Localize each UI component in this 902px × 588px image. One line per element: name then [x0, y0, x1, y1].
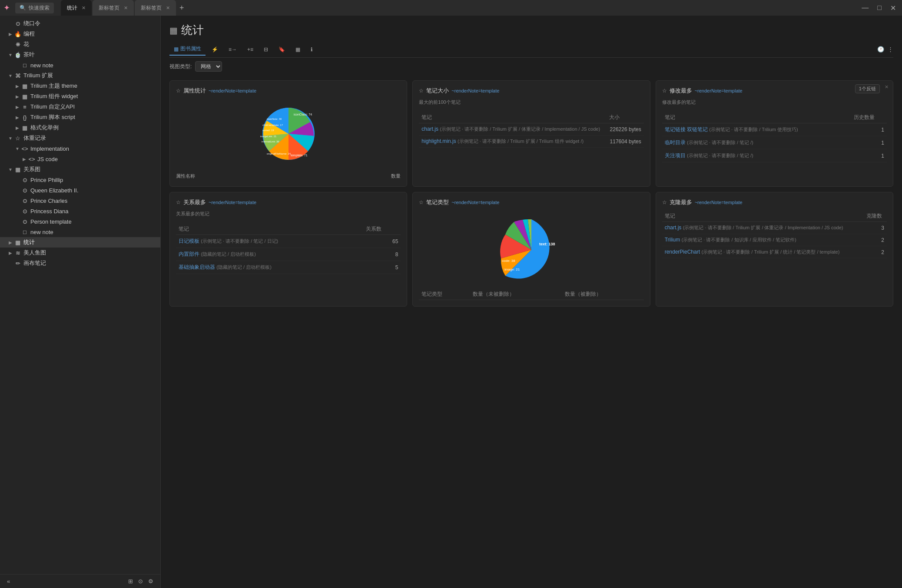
tab-stats[interactable]: 统计 ✕ — [61, 0, 92, 16]
sidebar-item-new-note-rel[interactable]: □ new note — [0, 227, 160, 237]
item-icon: ▦ — [21, 82, 29, 90]
toggle-icon[interactable] — [14, 187, 21, 194]
sidebar-item-weight[interactable]: ▼ ☆ 体重记录 — [0, 133, 160, 143]
note-link[interactable]: 临时目录 — [665, 139, 686, 145]
sidebar-item-programming[interactable]: ▶ 🔥 编程 — [0, 29, 160, 39]
sidebar-item-relation-map[interactable]: ▼ ▦ 关系图 — [0, 164, 160, 175]
sidebar-item-js-code[interactable]: ▶ <> JS code — [0, 154, 160, 164]
toggle-icon[interactable] — [14, 62, 21, 69]
sidebar-item-implementation[interactable]: ▼ <> Implementation — [0, 143, 160, 154]
card-template-ref[interactable]: ~renderNote=template — [209, 200, 256, 205]
toggle-icon[interactable]: ▼ — [7, 135, 14, 142]
toggle-icon[interactable]: ▶ — [14, 83, 21, 89]
sidebar-item-prince-charles[interactable]: ⊙ Prince Charles — [0, 195, 160, 206]
sidebar-item-trilium-script[interactable]: ▶ {} Trilium 脚本 script — [0, 112, 160, 122]
item-icon: ⊙ — [21, 186, 29, 194]
sidebar-item-flower[interactable]: ❋ 花 — [0, 39, 160, 50]
card-template-ref[interactable]: ~renderNote=template — [451, 88, 499, 93]
toggle-icon[interactable] — [7, 41, 14, 48]
sidebar-item-trilium-api[interactable]: ▶ ≡ Trilium 自定义API — [0, 102, 160, 112]
note-link[interactable]: 关注项目 — [665, 152, 686, 159]
toolbar-book-properties[interactable]: ▦ 图书属性 — [169, 43, 206, 56]
tab-new2[interactable]: 新标签页 ✕ — [135, 0, 176, 16]
toggle-icon[interactable] — [14, 218, 21, 225]
toggle-icon[interactable]: ▶ — [7, 30, 14, 37]
toggle-icon[interactable]: ▼ — [7, 166, 14, 173]
sidebar-item-trilium-ext[interactable]: ▼ ⌘ Trilium 扩展 — [0, 70, 160, 81]
note-link[interactable]: highlight.min.js — [421, 138, 456, 144]
sidebar-item-prince-phillip[interactable]: ⊙ Prince Phillip — [0, 175, 160, 185]
toolbar-btn5[interactable]: ⊟ — [259, 44, 272, 55]
sync-icon[interactable]: ⊙ — [138, 578, 143, 585]
toggle-icon[interactable]: ▶ — [7, 249, 14, 256]
history-icon[interactable]: 🕐 — [877, 46, 884, 53]
tab-new1-close[interactable]: ✕ — [124, 5, 128, 11]
backlink-badge[interactable]: 1个反链 — [855, 84, 880, 93]
toolbar-btn4[interactable]: +≡ — [243, 44, 258, 55]
sidebar-item-trilium-theme[interactable]: ▶ ▦ Trilium 主题 theme — [0, 81, 160, 91]
new-note-icon[interactable]: ⊞ — [128, 578, 133, 585]
view-type-select[interactable]: 网格 列表 — [195, 61, 222, 72]
toggle-icon[interactable]: ▼ — [7, 72, 14, 79]
search-bar[interactable]: 🔍 快速搜索 — [15, 3, 54, 13]
svg-text:internalLink: 39: internalLink: 39 — [262, 140, 279, 143]
toggle-icon[interactable] — [14, 197, 21, 204]
view-type-label: 视图类型: — [169, 63, 192, 70]
toolbar-btn6[interactable]: 🔖 — [274, 44, 289, 55]
col-clones: 克隆数 — [864, 211, 887, 222]
card-template-ref[interactable]: ~renderNote=template — [695, 200, 743, 205]
toggle-icon[interactable] — [14, 208, 21, 215]
settings-icon[interactable]: ⚙ — [148, 578, 153, 585]
note-link[interactable]: 内置部件 — [179, 251, 199, 257]
tab-stats-label: 统计 — [67, 4, 77, 12]
toolbar-btn8[interactable]: ℹ — [306, 44, 317, 55]
toggle-icon[interactable]: ▶ — [14, 124, 21, 131]
card-template-ref[interactable]: ~renderNote=template — [209, 88, 256, 93]
sidebar-item-person-template[interactable]: ⊙ Person template — [0, 216, 160, 227]
toggle-icon[interactable] — [7, 20, 14, 27]
note-link[interactable]: chart.js — [665, 225, 682, 231]
note-link[interactable]: Trilium — [665, 237, 680, 243]
toggle-icon[interactable]: ▼ — [7, 51, 14, 58]
toolbar-btn3[interactable]: ≡→ — [224, 44, 241, 55]
toolbar-btn7[interactable]: ▦ — [291, 44, 305, 55]
minimize-icon[interactable]: — — [859, 3, 871, 13]
sidebar-item-tea[interactable]: ▼ 🍵 茶叶 — [0, 50, 160, 60]
toggle-icon[interactable] — [14, 228, 21, 235]
toolbar-btn2[interactable]: ⚡ — [207, 44, 222, 55]
sidebar-item-queen-elizabeth[interactable]: ⊙ Queen Elizabeth II. — [0, 185, 160, 195]
toggle-icon[interactable]: ▶ — [14, 114, 21, 121]
col-size: 大小 — [607, 112, 644, 123]
more-icon[interactable]: ⋮ — [888, 46, 893, 53]
note-link[interactable]: 笔记链接 双链笔记 — [665, 126, 708, 132]
toggle-icon[interactable] — [7, 260, 14, 267]
card-template-ref[interactable]: ~renderNote=template — [695, 88, 743, 93]
toggle-icon[interactable]: ▶ — [14, 103, 21, 110]
toggle-icon[interactable]: ▶ — [21, 155, 28, 162]
note-link[interactable]: 基础抽象启动器 — [179, 264, 215, 270]
note-link[interactable]: chart.js — [421, 126, 438, 132]
close-icon[interactable]: ✕ — [888, 3, 899, 13]
card-template-ref[interactable]: ~renderNote=template — [451, 200, 499, 205]
sidebar-item-format-example[interactable]: ▶ ▦ 格式化举例 — [0, 122, 160, 133]
tab-stats-close[interactable]: ✕ — [82, 5, 86, 11]
sidebar-item-mermaid[interactable]: ▶ ≋ 美人鱼图 — [0, 248, 160, 258]
sidebar-item-princess-diana[interactable]: ⊙ Princess Diana — [0, 206, 160, 216]
toggle-icon[interactable]: ▶ — [7, 239, 14, 246]
sidebar-collapse-button[interactable]: « — [7, 578, 10, 585]
tab-new2-close[interactable]: ✕ — [166, 5, 170, 11]
note-link[interactable]: renderPieChart — [665, 249, 700, 255]
sidebar-item-twister[interactable]: ⊙ 绕口令 — [0, 18, 160, 29]
toggle-icon[interactable]: ▶ — [14, 93, 21, 100]
toggle-icon[interactable] — [14, 176, 21, 183]
backlink-close[interactable]: ✕ — [885, 84, 889, 90]
sidebar-item-stats[interactable]: ▶ ▦ 统计 — [0, 237, 160, 248]
add-tab-button[interactable]: + — [177, 3, 187, 13]
note-link[interactable]: 日记模板 — [179, 238, 199, 244]
sidebar-item-new-note-tea[interactable]: □ new note — [0, 60, 160, 70]
sidebar-item-canvas[interactable]: ✏ 画布笔记 — [0, 258, 160, 268]
tab-new1[interactable]: 新标签页 ✕ — [93, 0, 134, 16]
toggle-icon[interactable]: ▼ — [14, 145, 21, 152]
maximize-icon[interactable]: □ — [875, 3, 884, 13]
sidebar-item-trilium-widget[interactable]: ▶ ▦ Trilium 组件 widget — [0, 91, 160, 102]
